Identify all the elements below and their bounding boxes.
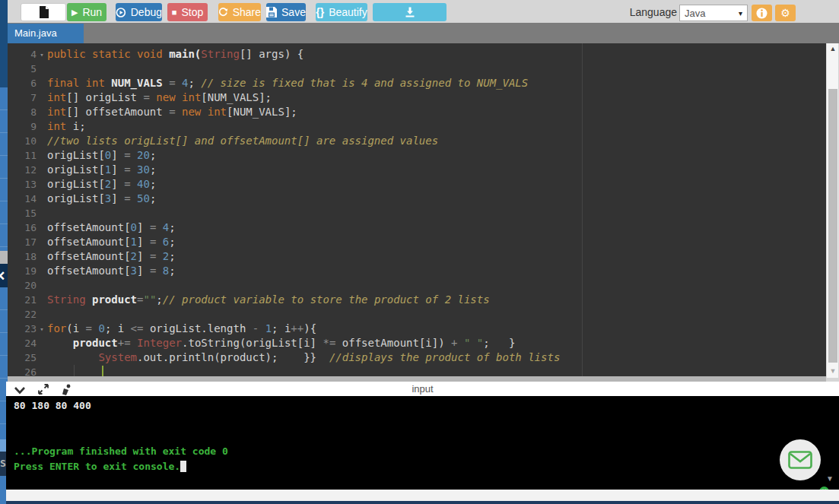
code-text [47, 206, 826, 220]
code-line[interactable]: 19offsetAmount[3] = 8; [8, 264, 826, 278]
code-text: int[] origList = new int[NUM_VALS]; [47, 90, 826, 105]
run-button[interactable]: ▶ Run [67, 3, 106, 21]
line-number: 13 [8, 177, 37, 192]
code-line[interactable]: 18offsetAmount[2] = 2; [8, 249, 826, 264]
save-label: Save [281, 6, 306, 18]
code-line[interactable]: 9int i; [8, 119, 826, 134]
ide-window: ✕ S ▶ Run Debug ■ Stop [0, 0, 839, 504]
code-line[interactable]: 4▾public static void main(String[] args)… [8, 47, 826, 62]
bottom-strip [6, 490, 839, 501]
code-text: offsetAmount[1] = 6; [47, 235, 826, 249]
toolbar: ▶ Run Debug ■ Stop Share [8, 0, 839, 23]
fold-spacer [37, 148, 47, 163]
scrollbar-thumb[interactable] [828, 89, 837, 363]
scroll-down-icon[interactable]: ▼ [827, 367, 839, 376]
code-line[interactable]: 23▾for(i = 0; i <= origList.length - 1; … [8, 322, 826, 336]
console-block-cursor [180, 461, 186, 472]
save-icon [266, 7, 277, 17]
line-number: 21 [8, 293, 37, 307]
code-line[interactable]: 7int[] origList = new int[NUM_VALS]; [8, 90, 826, 105]
code-line[interactable]: 26 [8, 365, 826, 376]
line-number: 17 [8, 235, 37, 249]
line-number: 25 [8, 350, 37, 365]
indent-guide [74, 365, 75, 376]
code-line[interactable]: 8int[] offsetAmount = new int[NUM_VALS]; [8, 105, 826, 119]
save-button[interactable]: Save [266, 3, 306, 21]
fold-spacer [37, 134, 47, 148]
code-text: origList[3] = 50; [47, 192, 826, 206]
code-text: origList[0] = 20; [47, 148, 826, 163]
share-button[interactable]: Share [218, 3, 261, 21]
beautify-button[interactable]: {} Beautify [316, 3, 367, 21]
chat-collapse-icon[interactable]: ▼ [826, 474, 834, 483]
play-icon: ▶ [72, 8, 78, 17]
code-line[interactable]: 10//two lists origList[] and offsetAmoun… [8, 134, 826, 148]
code-line[interactable]: 12origList[1] = 30; [8, 163, 826, 177]
code-line[interactable]: 25 System.out.println(product); }} //dis… [8, 350, 826, 365]
download-button[interactable] [373, 3, 447, 21]
code-line[interactable]: 17offsetAmount[1] = 6; [8, 235, 826, 249]
line-number: 23 [8, 322, 37, 336]
language-select[interactable]: Java ▾ [679, 5, 748, 21]
chat-button[interactable] [780, 439, 821, 480]
code-line[interactable]: 13origList[2] = 40; [8, 177, 826, 192]
code-text: System.out.println(product); }} //displa… [47, 350, 826, 365]
code-text: int[] offsetAmount = new int[NUM_VALS]; [47, 105, 826, 119]
left-strip-segment [0, 87, 8, 251]
line-number: 22 [8, 307, 37, 322]
info-button[interactable] [752, 5, 772, 21]
code-line[interactable]: 15 [8, 206, 826, 220]
debug-button[interactable]: Debug [116, 3, 162, 21]
language-value: Java [685, 8, 705, 19]
fold-marker-icon[interactable]: ▾ [37, 322, 47, 336]
fold-spacer [37, 105, 47, 119]
new-file-button[interactable] [21, 3, 66, 21]
debug-label: Debug [131, 6, 162, 18]
code-line[interactable]: 14origList[3] = 50; [8, 192, 826, 206]
fold-spacer [37, 76, 47, 90]
code-line[interactable]: 21String product="";// product variable … [8, 293, 826, 307]
code-lines: 4▾public static void main(String[] args)… [8, 47, 826, 376]
fold-marker-icon[interactable]: ▾ [37, 47, 47, 62]
code-line[interactable]: 20 [8, 278, 826, 293]
console-output[interactable]: 80 180 80 400 ...Program finished with e… [6, 396, 839, 490]
stop-label: Stop [181, 6, 203, 18]
file-icon [39, 6, 49, 18]
code-line[interactable]: 11origList[0] = 20; [8, 148, 826, 163]
scroll-up-icon[interactable]: ▲ [827, 45, 839, 54]
code-line[interactable]: 5 [8, 62, 826, 76]
editor-horizontal-scrollbar[interactable] [8, 376, 826, 382]
line-number: 10 [8, 134, 37, 148]
code-line[interactable]: 16offsetAmount[0] = 4; [8, 220, 826, 235]
settings-button[interactable]: ⚙ [775, 5, 796, 21]
code-text: final int NUM_VALS = 4; // size is fixed… [47, 76, 826, 90]
left-strip-segment: ✕ [0, 264, 8, 287]
code-text: //two lists origList[] and offsetAmount[… [47, 134, 826, 148]
code-text: String product="";// product variable to… [47, 293, 826, 307]
line-number: 24 [8, 336, 37, 350]
stop-button[interactable]: ■ Stop [167, 3, 208, 21]
line-number: 26 [8, 365, 37, 376]
fold-spacer [37, 235, 47, 249]
line-number: 7 [8, 90, 37, 105]
braces-icon: {} [316, 6, 324, 18]
tab-main-java[interactable]: Main.java [8, 24, 84, 43]
code-editor[interactable]: 4▾public static void main(String[] args)… [8, 43, 826, 376]
fold-spacer [37, 264, 47, 278]
console-line: 80 180 80 400 [14, 400, 91, 411]
editor-scrollbar[interactable]: ▲ ▼ [826, 43, 838, 378]
console-header: input [6, 382, 839, 396]
code-line[interactable]: 24 product+= Integer.toString(origList[i… [8, 336, 826, 350]
bottom-bar [6, 501, 839, 504]
line-number: 12 [8, 163, 37, 177]
code-text: origList[1] = 30; [47, 163, 826, 177]
code-text [47, 62, 826, 76]
code-line[interactable]: 22 [8, 307, 826, 322]
fold-spacer [37, 350, 47, 365]
line-number: 5 [8, 62, 37, 76]
fold-spacer [37, 192, 47, 206]
debug-icon [116, 7, 126, 18]
code-line[interactable]: 6final int NUM_VALS = 4; // size is fixe… [8, 76, 826, 90]
line-number: 16 [8, 220, 37, 235]
line-number: 14 [8, 192, 37, 206]
